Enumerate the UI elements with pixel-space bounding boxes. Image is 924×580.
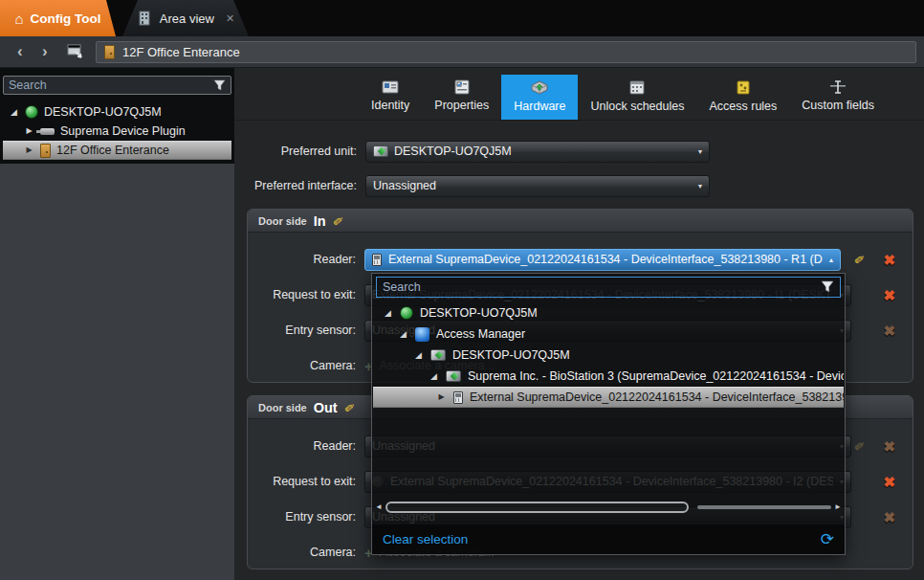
sidebar: Search ◢ DESKTOP-UO7QJ5M ▶ Suprema Devic… <box>0 68 234 580</box>
tab-area-view[interactable]: Area view ✕ <box>122 0 249 36</box>
dropdown-item-server[interactable]: ◢ DESKTOP-UO7QJ5M <box>373 302 844 323</box>
edit-reader-icon-disabled: ✎ <box>854 439 865 453</box>
sidebar-search-input[interactable]: Search <box>3 76 231 95</box>
clear-selection-link[interactable]: Clear selection <box>383 532 468 547</box>
preferred-interface-row: Preferred interface: Unassigned ▼ <box>247 174 710 197</box>
breadcrumb-label: 12F Office Enterance <box>122 45 240 59</box>
scroll-left-icon[interactable]: ◄ <box>375 503 383 511</box>
filter-icon[interactable] <box>213 79 226 92</box>
reader-label: Reader: <box>257 439 364 453</box>
remove-request-icon[interactable]: ✖ <box>883 288 895 302</box>
reader-icon <box>372 254 382 266</box>
entity-browser-icon[interactable] <box>67 44 83 58</box>
chevron-down-icon[interactable]: ▼ <box>692 142 709 162</box>
preferred-unit-select[interactable]: DESKTOP-UO7QJ5M ▼ <box>365 141 710 163</box>
preferred-interface-label: Preferred interface: <box>247 179 365 192</box>
preferred-unit-row: Preferred unit: DESKTOP-UO7QJ5M ▼ <box>247 140 710 163</box>
dropdown-item-label: Access Manager <box>436 327 525 341</box>
tab-label: Identity <box>371 99 409 112</box>
refresh-icon[interactable]: ⟲ <box>821 531 834 547</box>
door-side-in-header: Door side In ✎ <box>248 210 913 233</box>
sidebar-search-placeholder: Search <box>9 78 213 92</box>
back-icon[interactable]: ‹ <box>17 43 23 60</box>
dropdown-item-reader-selected[interactable]: ▶ External SupremaDevice_02122024161534 … <box>373 387 844 408</box>
scroll-right-icon[interactable]: ► <box>834 503 842 511</box>
tab-label: Custom fields <box>802 99 874 112</box>
tab-hardware[interactable]: Hardware <box>501 75 578 120</box>
access-manager-icon <box>415 327 429 342</box>
dropdown-search-placeholder: Search <box>383 280 821 294</box>
preferred-unit-label: Preferred unit: <box>247 145 365 158</box>
scrollbar-thumb[interactable] <box>385 502 689 513</box>
remove-entry-sensor-icon-disabled: ✖ <box>883 510 895 524</box>
breadcrumb[interactable]: 12F Office Enterance <box>96 41 916 63</box>
tab-unlock-schedules[interactable]: Unlock schedules <box>578 75 696 120</box>
dropdown-item-label: Suprema Inc. - BioStation 3 (SupremaDevi… <box>468 369 844 383</box>
sidebar-item-plugin[interactable]: ▶ Suprema Device Plugin <box>3 122 231 141</box>
edit-reader-icon[interactable]: ✎ <box>854 253 865 266</box>
entry-sensor-label: Entry sensor: <box>257 510 364 524</box>
forward-icon[interactable]: › <box>42 43 48 60</box>
chevron-up-icon[interactable]: ▲ <box>823 250 840 270</box>
identity-icon <box>381 79 400 95</box>
edit-icon[interactable]: ✎ <box>343 400 356 413</box>
camera-label: Camera: <box>257 359 364 372</box>
expanded-arrow-icon[interactable]: ◢ <box>413 351 424 360</box>
hardware-icon <box>529 79 550 96</box>
sidebar-item-door[interactable]: ▶ 12F Office Enterance <box>3 141 231 160</box>
request-to-exit-label: Request to exit: <box>257 288 364 301</box>
door-side-title: In <box>314 213 326 229</box>
entity-tab-strip: Identity Properties Hardware Unlock sche… <box>359 75 887 120</box>
tab-properties[interactable]: Properties <box>422 75 501 120</box>
tab-identity[interactable]: Identity <box>359 75 422 120</box>
dropdown-search-input[interactable]: Search <box>376 277 841 298</box>
unit-icon <box>373 145 388 157</box>
sidebar-item-label: 12F Office Enterance <box>56 144 169 157</box>
collapsed-arrow-icon[interactable]: ▶ <box>24 127 34 135</box>
sidebar-item-label: DESKTOP-UO7QJ5M <box>44 105 162 119</box>
reader-in-value: External SupremaDevice_02122024161534 - … <box>388 253 823 266</box>
reader-in-select[interactable]: External SupremaDevice_02122024161534 - … <box>364 249 841 271</box>
area-view-label: Area view <box>160 11 214 26</box>
reader-in-row: Reader: External SupremaDevice_021220241… <box>257 248 903 271</box>
expanded-arrow-icon[interactable]: ◢ <box>429 372 439 381</box>
remove-request-icon[interactable]: ✖ <box>883 475 895 489</box>
chevron-down-icon[interactable]: ▼ <box>692 176 709 196</box>
close-tab-icon[interactable]: ✕ <box>226 12 234 25</box>
expanded-arrow-icon[interactable]: ◢ <box>9 108 19 117</box>
door-side-prefix: Door side <box>258 215 307 227</box>
horizontal-scrollbar[interactable]: ◄ ► <box>375 500 842 515</box>
custom-fields-icon <box>828 79 847 95</box>
navigation-bar: ‹ › 12F Office Enterance <box>0 36 924 68</box>
preferred-unit-value: DESKTOP-UO7QJ5M <box>394 145 692 158</box>
tab-strip-divider <box>234 120 924 121</box>
collapsed-arrow-icon[interactable]: ▶ <box>436 393 447 401</box>
preferred-interface-select[interactable]: Unassigned ▼ <box>365 175 710 197</box>
scrollbar-track[interactable] <box>385 502 831 513</box>
tab-access-rules[interactable]: Access rules <box>696 75 789 120</box>
tab-label: Hardware <box>514 100 565 113</box>
door-side-title: Out <box>314 400 338 415</box>
tab-label: Access rules <box>709 100 777 113</box>
reader-label: Reader: <box>257 253 364 266</box>
remove-reader-icon[interactable]: ✖ <box>883 253 895 267</box>
tab-config-tool[interactable]: ⌂ Config Tool <box>0 0 116 36</box>
expanded-arrow-icon[interactable]: ◢ <box>398 330 408 339</box>
config-tool-window: ⌂ Config Tool Area view ✕ ‹ › 12F Office… <box>0 0 924 580</box>
sidebar-item-server[interactable]: ◢ DESKTOP-UO7QJ5M <box>3 102 231 122</box>
expanded-arrow-icon[interactable]: ◢ <box>383 309 393 318</box>
sidebar-tree-panel: Search ◢ DESKTOP-UO7QJ5M ▶ Suprema Devic… <box>0 68 234 164</box>
filter-icon[interactable] <box>821 280 834 294</box>
dropdown-item-access-manager[interactable]: ◢ Access Manager <box>373 323 844 345</box>
door-icon <box>104 45 115 59</box>
dropdown-item-device[interactable]: ◢ Suprema Inc. - BioStation 3 (SupremaDe… <box>373 366 844 387</box>
tab-custom-fields[interactable]: Custom fields <box>789 75 887 120</box>
server-icon <box>400 306 413 320</box>
collapsed-arrow-icon[interactable]: ▶ <box>24 146 34 154</box>
edit-icon[interactable]: ✎ <box>332 213 344 227</box>
dropdown-item-unit[interactable]: ◢ DESKTOP-UO7QJ5M <box>373 345 844 366</box>
remove-reader-icon-disabled: ✖ <box>883 439 895 454</box>
sidebar-item-label: Suprema Device Plugin <box>60 124 186 138</box>
tab-label: Unlock schedules <box>590 100 684 113</box>
plugin-icon <box>40 128 55 135</box>
